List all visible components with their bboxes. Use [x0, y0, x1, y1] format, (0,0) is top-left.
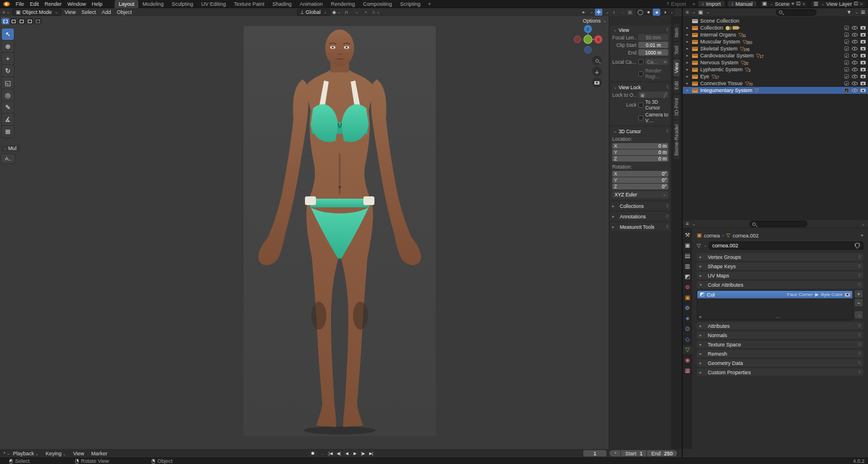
breadcrumb-data[interactable]: cornea.002 — [733, 233, 759, 239]
snap-settings-dropdown[interactable]: ⌄ — [352, 9, 360, 16]
outliner-row[interactable]: ▸ Collection 3 ▽ ✓ — [683, 24, 868, 31]
disable-render-icon[interactable] — [860, 47, 866, 50]
zoom-button[interactable] — [592, 56, 602, 65]
tool-button[interactable]: ⊕ — [2, 41, 14, 52]
tool-button[interactable]: ✎ — [2, 101, 14, 113]
properties-tab[interactable]: ▽ — [683, 345, 692, 354]
color-attributes-panel-header[interactable]: ▾Color Attributes⠿ — [697, 281, 863, 288]
color-attributes-list[interactable]: ◩ Col Face Corner ▶ Byte Color — [697, 290, 853, 320]
editor-type-icon[interactable]: ⌗ — [2, 10, 5, 15]
disable-render-icon[interactable] — [860, 40, 866, 43]
properties-tab[interactable]: ⚙ — [683, 304, 692, 312]
remove-color-attribute-button[interactable]: − — [855, 299, 863, 306]
camera-to-view-checkbox[interactable] — [638, 115, 643, 120]
properties-tab[interactable]: ⊚ — [683, 283, 692, 291]
collapsed-toolbar-icon[interactable]: » — [693, 1, 696, 7]
tool-button[interactable]: ◎ — [2, 89, 14, 101]
frame-end-field[interactable]: End250 — [647, 450, 676, 456]
sidebar-tab[interactable]: Edit — [674, 78, 680, 93]
properties-panel[interactable]: ▸Normals⠿ — [697, 331, 863, 339]
viewport-canvas[interactable]: Z X ↔↕ — [0, 16, 609, 449]
properties-tab[interactable]: ▣ — [683, 293, 692, 302]
clip-start-field[interactable]: 0.01 m — [638, 42, 668, 48]
properties-tab[interactable]: ◩ — [683, 272, 692, 281]
add-color-attribute-button[interactable]: + — [855, 290, 863, 298]
outliner-row[interactable]: ▸ Lyphamtic System ▽3 ✓ — [683, 66, 868, 73]
viewport-menu-item[interactable]: View — [61, 9, 78, 15]
view-panel-header[interactable]: ⌄View⠿ — [612, 27, 668, 33]
transport-button[interactable]: ◀| — [335, 450, 343, 456]
collapsed-panel[interactable]: ▸Collections⠿ — [610, 202, 670, 210]
pivot-point-dropdown[interactable]: ◈⌄ — [333, 9, 340, 16]
tool-button[interactable]: ◱ — [2, 77, 14, 89]
collapsed-panel[interactable]: ▸Annotations⠿ — [610, 212, 670, 221]
collapsed-panel[interactable]: ▸MeasureIt Tools⠿ — [610, 222, 670, 231]
disable-render-icon[interactable] — [860, 26, 866, 30]
transport-button[interactable]: ▶ — [351, 450, 359, 456]
transport-button[interactable]: |▶ — [359, 450, 367, 456]
properties-options-dropdown[interactable]: ⌄ — [862, 222, 865, 226]
copy-icon[interactable]: ⊡ — [854, 1, 858, 6]
resize-grip[interactable]: ⠤⠤ — [775, 315, 780, 319]
outliner-root-row[interactable]: Scene Collection — [683, 17, 868, 24]
shading-solid-button[interactable]: ● — [645, 9, 652, 16]
timeline-menu-item[interactable]: Playback⌄ — [10, 451, 41, 456]
outliner-row[interactable]: ▸ Cardiovascular System ▽17 ✓ — [683, 52, 868, 59]
sidebar-tab[interactable]: View — [674, 59, 680, 76]
disclosure-icon[interactable]: ▸ — [686, 53, 692, 58]
outliner-search-input[interactable] — [776, 9, 816, 16]
menu-item[interactable]: Help — [89, 1, 106, 7]
hide-eye-icon[interactable] — [852, 61, 858, 64]
workspace-tab[interactable]: Modeling — [138, 0, 168, 8]
workspace-tab[interactable]: Layout — [115, 0, 138, 8]
falloff-dropdown[interactable]: ∧⌄ — [372, 9, 380, 16]
properties-tab[interactable]: ∗ — [683, 314, 692, 323]
hide-eye-icon[interactable] — [852, 68, 858, 71]
outliner-row[interactable]: ▸ Nervous System ▽20 ✓ — [683, 59, 868, 66]
manual-button[interactable]: ↓Manual — [727, 1, 757, 7]
copy-icon[interactable]: ⊡ — [796, 1, 801, 6]
viewport-menu-item[interactable]: Object — [114, 9, 135, 15]
shading-dropdown[interactable]: ⌄ — [670, 10, 674, 14]
workspace-tab[interactable]: Texture Paint — [230, 0, 269, 8]
add-workspace-button[interactable]: + — [424, 1, 434, 7]
cursor-location-field[interactable]: Z0 m — [612, 156, 668, 162]
auto-keying-button[interactable] — [308, 450, 317, 456]
eyedropper-icon[interactable]: ╱ — [664, 92, 667, 98]
cursor-panel-header[interactable]: ⌄3D Cursor⠿ — [612, 128, 668, 134]
show-overlays-button[interactable]: ✛ — [595, 9, 602, 16]
rotation-order-dropdown[interactable]: XYZ Euler⌄ — [612, 191, 668, 198]
viewport-3d[interactable]: Z X ↔↕ — [0, 16, 682, 449]
workspace-tab[interactable]: Shading — [269, 0, 296, 8]
tool-button[interactable]: ↻ — [2, 65, 14, 76]
workspace-tab[interactable]: UV Editing — [197, 0, 230, 8]
datablock-name-field[interactable]: cornea.002 — [709, 242, 863, 250]
pin-icon[interactable]: ⌖ — [792, 1, 795, 6]
disclosure-icon[interactable]: ▸ — [686, 81, 692, 86]
properties-panel[interactable]: ▸Attributes⠿ — [697, 322, 863, 330]
scene-selector[interactable]: ▣⌄ Scene ⌖ ⊡ × — [759, 1, 808, 8]
lock-to-cursor-checkbox[interactable] — [638, 103, 643, 108]
view-layer-selector[interactable]: ▥⌄ View Layer ⊡ × — [810, 1, 866, 8]
exclude-checkbox[interactable]: ✓ — [844, 39, 849, 44]
properties-tab[interactable]: ⊙ — [683, 324, 692, 333]
timeline-menu-item[interactable]: View⌄ — [70, 451, 87, 456]
disable-render-icon[interactable] — [860, 61, 866, 64]
exclude-checkbox[interactable]: ✓ — [844, 53, 849, 58]
select-mode-intersect[interactable] — [34, 18, 42, 24]
properties-panel[interactable]: ▸Shape Keys⠿ — [697, 262, 863, 270]
properties-panel[interactable]: ▸Custom Properties⠿ — [697, 368, 863, 376]
exclude-checkbox[interactable]: ✓ — [844, 32, 849, 37]
outliner-row[interactable]: ▸ Muscular System ▽350 ✓ — [683, 38, 868, 45]
disclosure-icon[interactable]: ▸ — [686, 67, 692, 72]
cursor-rotation-field[interactable]: X0° — [612, 171, 668, 177]
sidebar-tab[interactable]: 3D-Print — [674, 94, 680, 119]
disable-render-icon[interactable] — [860, 75, 866, 78]
disable-render-icon[interactable] — [860, 89, 866, 92]
show-gizmo-button[interactable]: ⌖ — [580, 9, 587, 16]
local-camera-checkbox[interactable] — [638, 59, 643, 64]
new-collection-button[interactable]: ⊞ — [860, 10, 865, 15]
viewport-menu-item[interactable]: Add — [99, 9, 114, 15]
expand-icon[interactable]: ▸ — [700, 315, 705, 319]
sidebar-tab[interactable]: Item — [674, 24, 680, 41]
